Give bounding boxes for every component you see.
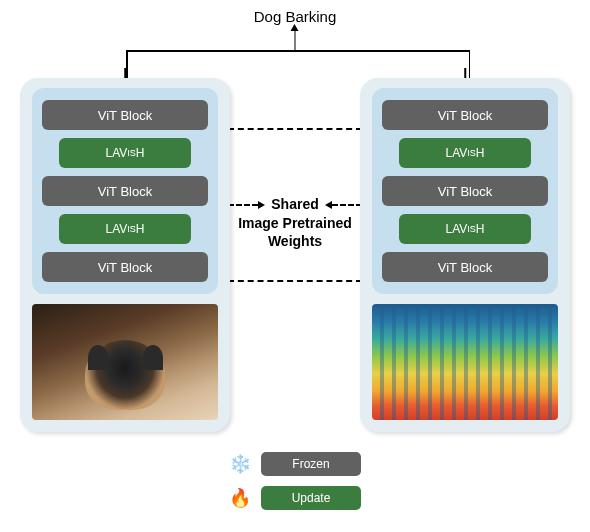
vit-block: ViT Block — [382, 100, 548, 130]
flame-icon: 🔥 — [229, 487, 251, 509]
output-arrow — [295, 30, 296, 50]
vit-block: ViT Block — [42, 252, 208, 282]
vit-block: ViT Block — [42, 100, 208, 130]
share-arrow-mid-right — [332, 204, 362, 206]
vit-block: ViT Block — [42, 176, 208, 206]
shared-text-3: Weights — [268, 233, 322, 249]
lavish-block: LAVISH — [59, 138, 192, 168]
merge-line — [126, 50, 470, 52]
share-arrow-top — [228, 128, 362, 130]
spectrogram-input — [372, 304, 558, 420]
vit-block: ViT Block — [382, 252, 548, 282]
update-label: Update — [261, 486, 361, 510]
lavish-block: LAVISH — [399, 138, 532, 168]
frozen-label: Frozen — [261, 452, 361, 476]
share-arrow-mid-left — [228, 204, 258, 206]
lavish-block: LAVISH — [59, 214, 192, 244]
lavish-block: LAVISH — [399, 214, 532, 244]
shared-text-2: Image Pretrained — [238, 215, 352, 231]
left-stack: ViT Block LAVISH ViT Block LAVISH ViT Bl… — [32, 88, 218, 294]
output-label: Dog Barking — [254, 8, 337, 25]
legend: ❄️ Frozen 🔥 Update — [229, 452, 361, 510]
shared-text-1: Shared — [271, 196, 318, 212]
snowflake-icon: ❄️ — [229, 453, 251, 475]
right-encoder: ViT Block LAVISH ViT Block LAVISH ViT Bl… — [360, 78, 570, 432]
legend-update-row: 🔥 Update — [229, 486, 361, 510]
legend-frozen-row: ❄️ Frozen — [229, 452, 361, 476]
share-arrow-bottom — [228, 280, 362, 282]
dog-image-input — [32, 304, 218, 420]
vit-block: ViT Block — [382, 176, 548, 206]
left-encoder: ViT Block LAVISH ViT Block LAVISH ViT Bl… — [20, 78, 230, 432]
right-stack: ViT Block LAVISH ViT Block LAVISH ViT Bl… — [372, 88, 558, 294]
